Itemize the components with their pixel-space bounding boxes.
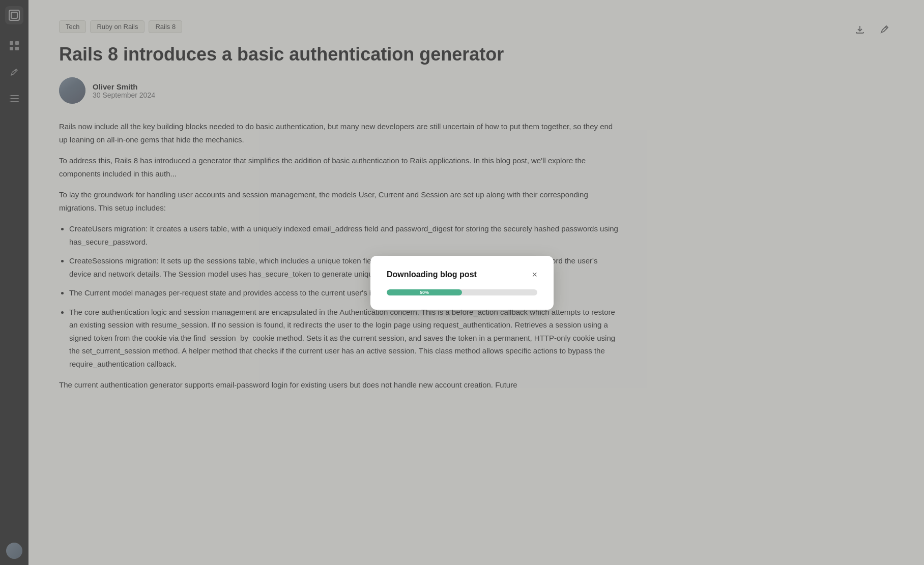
- modal-title: Downloading blog post: [387, 270, 477, 279]
- download-modal: Downloading blog post × 50%: [370, 256, 554, 310]
- progress-container: 50%: [387, 289, 537, 295]
- modal-backdrop: Downloading blog post × 50%: [0, 0, 924, 565]
- modal-close-button[interactable]: ×: [532, 270, 537, 279]
- progress-label: 50%: [420, 290, 429, 295]
- progress-bar: 50%: [387, 289, 462, 295]
- modal-header: Downloading blog post ×: [387, 270, 537, 279]
